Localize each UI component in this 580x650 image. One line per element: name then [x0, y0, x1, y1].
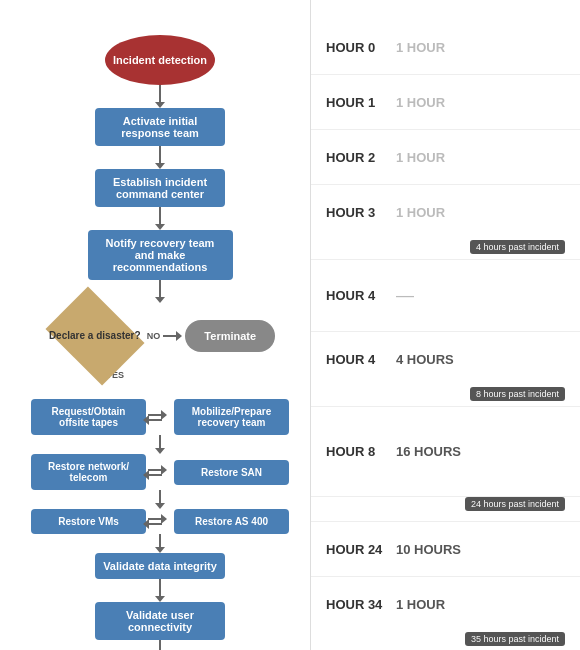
arrow-1 [159, 85, 161, 103]
page: Incident detection Activate initial resp… [0, 0, 580, 650]
node-restore-san: Restore SAN [174, 460, 289, 485]
timeline-row-34: HOUR 34 1 HOUR [311, 577, 580, 632]
duration-24: 10 HOURS [396, 542, 461, 557]
arrow-left-1 [148, 419, 162, 421]
badge-35: 35 hours past incident [465, 632, 565, 646]
node-mobilize-prepare: Mobilize/Prepare recovery team [174, 399, 289, 435]
node-declare-disaster: Declare a disaster? [45, 303, 145, 368]
diamond-text: Declare a disaster? [49, 329, 141, 342]
arrow-left-3 [148, 523, 162, 525]
no-label: NO [147, 331, 161, 341]
flow-node-activate: Activate initial response team [10, 108, 310, 146]
timeline-row-0: HOUR 0 1 HOUR [311, 20, 580, 75]
dual-arrows-3 [148, 518, 162, 525]
timeline-row-4-container: HOUR 4 4 HOURS 8 hours past incident [311, 332, 580, 407]
timeline-area: HOUR 0 1 HOUR HOUR 1 1 HOUR HOUR 2 1 HOU… [310, 0, 580, 650]
badge-row-24-container: 24 hours past incident [311, 497, 580, 522]
no-branch: NO Terminate [147, 320, 276, 352]
flowchart-area: Incident detection Activate initial resp… [0, 0, 310, 650]
duration-3: 1 HOUR [396, 205, 445, 220]
node-notify-recovery: Notify recovery team and make recommenda… [88, 230, 233, 280]
flow-node-validate-data: Validate data integrity [10, 553, 310, 579]
badge-3: 4 hours past incident [470, 240, 565, 254]
hour-label-4b: HOUR 4 [326, 352, 396, 367]
badge-row-24: 24 hours past incident [311, 497, 580, 516]
node-restore-as400: Restore AS 400 [174, 509, 289, 534]
flow-node-incident: Incident detection [10, 35, 310, 85]
dual-nodes-row1: Request/Obtain offsite tapes Mobilize/Pr… [10, 399, 310, 435]
duration-0: 1 HOUR [396, 40, 445, 55]
arrow-3 [159, 207, 161, 225]
flow-node-validate-user: Validate user connectivity [10, 602, 310, 640]
node-incident-detection: Incident detection [105, 35, 215, 85]
dual-nodes-row3: Restore VMs Restore AS 400 [10, 509, 310, 534]
hour-label-3: HOUR 3 [326, 205, 396, 220]
badge-24: 24 hours past incident [465, 497, 565, 511]
hour-label-2: HOUR 2 [326, 150, 396, 165]
timeline-row-1: HOUR 1 1 HOUR [311, 75, 580, 130]
arrow-10 [159, 640, 161, 650]
node-restore-vms: Restore VMs [31, 509, 146, 534]
hour-label-34: HOUR 34 [326, 597, 396, 612]
hour-label-8: HOUR 8 [326, 444, 396, 459]
node-validate-user: Validate user connectivity [95, 602, 225, 640]
timeline-row-34-container: HOUR 34 1 HOUR 35 hours past incident [311, 577, 580, 650]
arrow-6 [159, 435, 161, 449]
arrow-7 [159, 490, 161, 504]
flow-node-establish: Establish incident command center [10, 169, 310, 207]
arrow-2 [159, 146, 161, 164]
badge-row-35: 35 hours past incident [311, 632, 580, 650]
arrow-right-2 [148, 469, 162, 471]
arrow-8 [159, 534, 161, 548]
duration-4a: — [396, 285, 414, 306]
dual-arrows-2 [148, 469, 162, 476]
timeline-row-4b: HOUR 4 4 HOURS [311, 332, 580, 387]
node-activate-response: Activate initial response team [95, 108, 225, 146]
duration-8: 16 HOURS [396, 444, 461, 459]
flow-node-notify: Notify recovery team and make recommenda… [10, 230, 310, 280]
timeline-row-8: HOUR 8 16 HOURS [311, 407, 580, 497]
arrow-4 [159, 280, 161, 298]
arrow-right-3 [148, 518, 162, 520]
timeline-row-3-container: HOUR 3 1 HOUR 4 hours past incident [311, 185, 580, 260]
node-request-obtain: Request/Obtain offsite tapes [31, 399, 146, 435]
badge-row-3: 4 hours past incident [311, 240, 580, 259]
duration-1: 1 HOUR [396, 95, 445, 110]
flow-wrapper: Incident detection Activate initial resp… [10, 20, 310, 650]
arrow-left-2 [148, 474, 162, 476]
timeline-row-24: HOUR 24 10 HOURS [311, 522, 580, 577]
node-restore-network: Restore network/ telecom [31, 454, 146, 490]
node-validate-data: Validate data integrity [95, 553, 225, 579]
node-terminate: Terminate [185, 320, 275, 352]
hour-label-1: HOUR 1 [326, 95, 396, 110]
badge-4: 8 hours past incident [470, 387, 565, 401]
dual-nodes-row2: Restore network/ telecom Restore SAN [10, 454, 310, 490]
dual-arrows-1 [148, 414, 162, 421]
hour-label-24: HOUR 24 [326, 542, 396, 557]
timeline-row-4-terminate: HOUR 4 — [311, 260, 580, 332]
duration-34: 1 HOUR [396, 597, 445, 612]
hour-label-0: HOUR 0 [326, 40, 396, 55]
timeline-row-2: HOUR 2 1 HOUR [311, 130, 580, 185]
node-establish-command: Establish incident command center [95, 169, 225, 207]
arrow-9 [159, 579, 161, 597]
badge-row-4: 8 hours past incident [311, 387, 580, 406]
duration-2: 1 HOUR [396, 150, 445, 165]
arrow-right-1 [148, 414, 162, 416]
duration-4b: 4 HOURS [396, 352, 454, 367]
timeline-row-3: HOUR 3 1 HOUR [311, 185, 580, 240]
no-arrow [163, 335, 177, 337]
hour-label-4a: HOUR 4 [326, 288, 396, 303]
